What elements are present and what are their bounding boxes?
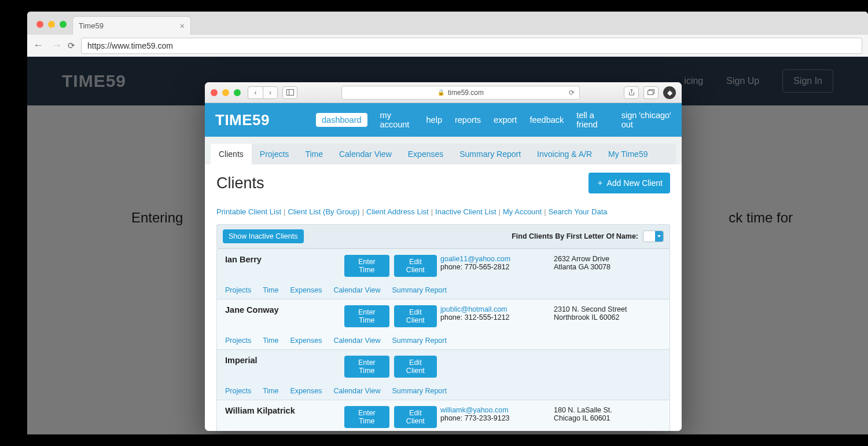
letter-select[interactable] — [643, 231, 664, 242]
client-link-summary-report[interactable]: Summary Report — [392, 286, 446, 294]
chrome-tabstrip: Time59 × — [27, 12, 868, 35]
address-bar[interactable]: https://www.time59.com — [81, 38, 862, 54]
client-email-link[interactable]: jpublic@hotmail.com — [440, 305, 507, 313]
safari-sidebar-button[interactable] — [282, 86, 297, 99]
client-link-calendar-view[interactable]: Calendar View — [333, 286, 380, 294]
client-link-projects[interactable]: Projects — [225, 387, 251, 395]
add-client-label: Add New Client — [607, 178, 663, 188]
link-search-your-data[interactable]: Search Your Data — [549, 207, 608, 216]
client-email-link[interactable]: williamk@yahoo.com — [440, 406, 509, 414]
client-contact: williamk@yahoo.comphone: 773-233-9123 — [440, 406, 550, 422]
tab-summary-report[interactable]: Summary Report — [451, 144, 529, 164]
top-nav-reports[interactable]: reports — [455, 115, 481, 125]
tab-projects[interactable]: Projects — [252, 144, 297, 164]
tab-my-time59[interactable]: My Time59 — [600, 144, 656, 164]
tab-calendar-view[interactable]: Calendar View — [331, 144, 400, 164]
safari-minimize-icon[interactable] — [222, 89, 229, 96]
link-client-address-list[interactable]: Client Address List — [366, 207, 429, 216]
enter-time-button[interactable]: Enter Time — [344, 255, 389, 277]
safari-toolbar: ‹ › 🔒 time59.com ⟳ ◆ — [205, 82, 682, 103]
url-text: https://www.time59.com — [87, 41, 173, 50]
edit-client-button[interactable]: Edit Client — [394, 255, 437, 277]
enter-time-button[interactable]: Enter Time — [344, 305, 389, 327]
tab-invoicing-a-r[interactable]: Invoicing & A/R — [529, 144, 600, 164]
top-nav-help[interactable]: help — [426, 115, 442, 125]
top-nav-dashboard[interactable]: dashboard — [316, 113, 367, 127]
reload-button[interactable]: ⟳ — [68, 41, 75, 51]
filter-right: Find Clients By First Letter Of Name: — [512, 231, 664, 242]
close-tab-icon[interactable]: × — [180, 21, 185, 31]
safari-address-bar[interactable]: 🔒 time59.com ⟳ — [341, 86, 580, 100]
forward-button[interactable]: → — [52, 39, 62, 52]
link-client-list-by-group-[interactable]: Client List (By Group) — [288, 207, 359, 216]
client-link-calendar-view[interactable]: Calendar View — [333, 387, 380, 395]
client-link-expenses[interactable]: Expenses — [290, 286, 322, 294]
client-row: William KilpatrickEnter TimeEdit Clientw… — [217, 400, 670, 431]
safari-forward-button[interactable]: › — [263, 86, 278, 99]
edit-client-button[interactable]: Edit Client — [394, 305, 437, 327]
link-my-account[interactable]: My Account — [503, 207, 542, 216]
top-nav-my-account[interactable]: my account — [380, 111, 414, 129]
minimize-window-icon[interactable] — [48, 21, 55, 28]
safari-back-button[interactable]: ‹ — [248, 86, 263, 99]
maximize-window-icon[interactable] — [60, 21, 67, 28]
section-tabs-wrap: ClientsProjectsTimeCalendar ViewExpenses… — [205, 137, 682, 164]
client-email-link[interactable]: goalie11@yahoo.com — [440, 255, 510, 263]
client-row: ImperialEnter TimeEdit ClientProjectsTim… — [217, 349, 670, 400]
plus-icon: ＋ — [596, 178, 604, 188]
client-link-expenses[interactable]: Expenses — [290, 337, 322, 345]
client-sublinks: ProjectsTimeExpensesCalendar ViewSummary… — [225, 387, 661, 395]
page-title: Clients — [216, 174, 264, 192]
client-sublinks: ProjectsTimeExpensesCalendar ViewSummary… — [225, 337, 661, 345]
safari-close-icon[interactable] — [211, 89, 218, 96]
browser-tab[interactable]: Time59 × — [72, 16, 191, 35]
back-button[interactable]: ← — [33, 39, 43, 52]
top-nav-feedback[interactable]: feedback — [529, 115, 564, 125]
main-content: Clients ＋ Add New Client Printable Clien… — [205, 164, 682, 431]
edit-client-button[interactable]: Edit Client — [394, 406, 437, 428]
safari-extension-icon[interactable]: ◆ — [663, 86, 676, 99]
title-row: Clients ＋ Add New Client — [216, 173, 670, 193]
find-by-letter-label: Find Clients By First Letter Of Name: — [512, 232, 638, 240]
client-phone: phone: 770-565-2812 — [440, 263, 550, 271]
lock-icon: 🔒 — [437, 89, 444, 96]
edit-client-button[interactable]: Edit Client — [394, 356, 437, 378]
top-nav: dashboardmy accounthelpreportsexportfeed… — [316, 111, 671, 129]
top-nav-export[interactable]: export — [494, 115, 517, 125]
close-window-icon[interactable] — [36, 21, 43, 28]
safari-tabs-button[interactable] — [643, 86, 659, 99]
chrome-traffic-lights — [34, 14, 72, 35]
client-link-time[interactable]: Time — [263, 286, 278, 294]
client-link-projects[interactable]: Projects — [225, 286, 251, 294]
tab-clients[interactable]: Clients — [211, 144, 252, 164]
tab-title: Time59 — [79, 21, 104, 30]
client-address: 2632 Arrow DriveAtlanta GA 30078 — [554, 255, 661, 271]
client-link-summary-report[interactable]: Summary Report — [392, 337, 446, 345]
client-link-projects[interactable]: Projects — [225, 337, 251, 345]
nav-arrows: ← → — [33, 39, 62, 52]
tab-time[interactable]: Time — [297, 144, 331, 164]
safari-traffic-lights — [211, 89, 243, 96]
client-contact: jpublic@hotmail.comphone: 312-555-1212 — [440, 305, 550, 321]
enter-time-button[interactable]: Enter Time — [344, 406, 389, 428]
safari-maximize-icon[interactable] — [234, 89, 241, 96]
link-printable-client-list[interactable]: Printable Client List — [216, 207, 281, 216]
client-contact: goalie11@yahoo.comphone: 770-565-2812 — [440, 255, 550, 271]
enter-time-button[interactable]: Enter Time — [344, 356, 389, 378]
client-row: Jane ConwayEnter TimeEdit Clientjpublic@… — [217, 299, 670, 349]
safari-share-button[interactable] — [624, 86, 639, 99]
svg-rect-0 — [286, 90, 293, 96]
client-link-calendar-view[interactable]: Calendar View — [333, 337, 380, 345]
client-link-time[interactable]: Time — [263, 337, 278, 345]
show-inactive-clients-button[interactable]: Show Inactive Clients — [223, 229, 304, 243]
safari-refresh-icon[interactable]: ⟳ — [569, 89, 575, 97]
link-inactive-client-list[interactable]: Inactive Client List — [435, 207, 496, 216]
client-link-expenses[interactable]: Expenses — [290, 387, 322, 395]
client-link-time[interactable]: Time — [263, 387, 278, 395]
top-nav-sign-chicago-out[interactable]: sign 'chicago' out — [621, 111, 671, 129]
tab-expenses[interactable]: Expenses — [400, 144, 451, 164]
top-nav-tell-a-friend[interactable]: tell a friend — [576, 111, 608, 129]
add-new-client-button[interactable]: ＋ Add New Client — [589, 173, 671, 193]
client-phone: phone: 312-555-1212 — [440, 313, 550, 321]
client-link-summary-report[interactable]: Summary Report — [392, 387, 446, 395]
